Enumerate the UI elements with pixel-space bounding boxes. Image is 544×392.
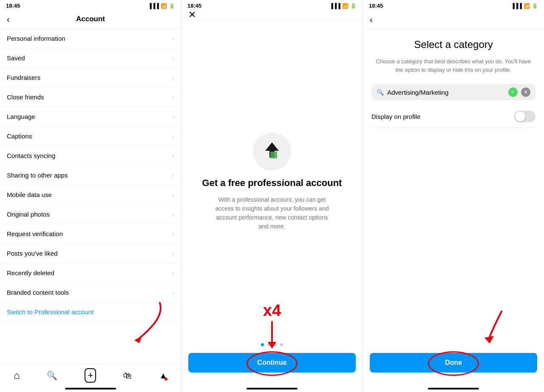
panel3-bottom: Done [363,353,544,386]
chevron-icon: › [172,211,174,218]
menu-item-label: Language [7,113,35,120]
menu-item-close-friends[interactable]: Close friends › [0,87,181,107]
search-icon[interactable]: 🔍 [47,370,57,381]
chevron-icon: › [172,152,174,159]
wifi-icon-2: 📶 [342,3,348,9]
back-button[interactable]: ‹ [7,14,10,24]
chevron-icon: › [172,74,174,81]
chevron-icon: › [172,231,174,237]
home-indicator-1 [65,388,116,389]
menu-item-posts-liked[interactable]: Posts you've liked › [0,244,181,263]
clear-icon[interactable]: ✕ [521,87,530,97]
panel2-bottom: Continue [181,353,363,386]
professional-icon-circle [253,133,291,171]
dot-1 [261,343,264,346]
chevron-icon: › [172,250,174,257]
dot-4 [280,343,283,346]
menu-item-personal-info[interactable]: Personal information › [0,29,181,48]
add-icon[interactable]: + [85,368,96,383]
signal-icon: ▐▐▐ [148,3,159,9]
chevron-icon: › [172,113,174,120]
category-description: Choose a category that best describes wh… [371,57,536,74]
professional-description: With a professional account, you can get… [212,195,332,231]
pagination-dots [181,343,363,353]
menu-item-fundraisers[interactable]: Fundraisers › [0,68,181,87]
status-time-3: 18:45 [369,3,383,9]
check-icon: ✓ [508,87,518,97]
status-time-1: 18:45 [6,3,20,9]
menu-item-contacts-syncing[interactable]: Contacts syncing › [0,146,181,166]
chevron-icon: › [172,94,174,101]
status-bar-1: 18:45 ▐▐▐ 📶 🔋 [0,0,181,11]
chevron-icon: › [172,55,174,62]
panel-select-category: 18:45 ▐▐▐ 📶 🔋 ‹ Select a category Choose… [363,0,544,392]
account-menu-list: Personal information › Saved › Fundraise… [0,29,181,364]
continue-button[interactable]: Continue [188,353,356,372]
account-title: Account [76,15,105,23]
menu-item-captions[interactable]: Captions › [0,127,181,146]
menu-item-label: Sharing to other apps [7,172,68,179]
battery-icon-3: 🔋 [532,3,538,9]
chevron-icon: › [172,289,174,296]
professional-title: Get a free professional account [202,178,342,189]
signal-icon-3: ▐▐▐ [511,3,522,9]
status-icons-1: ▐▐▐ 📶 🔋 [148,3,175,9]
category-header: ‹ [363,11,544,30]
toggle-knob [515,111,525,121]
display-on-profile-toggle[interactable] [514,110,536,122]
menu-item-label: Request verification [7,230,63,237]
upload-arrow-icon [259,139,285,164]
menu-item-sharing[interactable]: Sharing to other apps › [0,166,181,185]
menu-item-label: Captions [7,133,32,140]
panel-professional: 18:45 ▐▐▐ 📶 🔋 ✕ Get a free professional … [181,0,363,392]
shop-icon[interactable]: 🛍 [123,371,132,381]
menu-item-label: Contacts syncing [7,152,55,159]
menu-item-recently-deleted[interactable]: Recently deleted › [0,263,181,283]
battery-icon: 🔋 [169,3,175,9]
status-icons-3: ▐▐▐ 📶 🔋 [511,3,538,9]
menu-item-label: Fundraisers [7,74,40,81]
profile-icon[interactable]: ▲ [159,371,167,381]
panel-account: 18:45 ▐▐▐ 📶 🔋 ‹ Account Personal informa… [0,0,181,392]
done-button[interactable]: Done [370,353,537,372]
status-time-2: 18:45 [187,3,201,9]
menu-item-label: Personal information [7,35,65,42]
menu-item-label: Mobile data use [7,191,52,198]
dot-2 [267,343,270,346]
chevron-icon: › [172,133,174,140]
menu-item-original-photos[interactable]: Original photos › [0,205,181,224]
menu-item-label: Saved [7,54,25,62]
category-search-input[interactable] [387,89,505,96]
menu-item-language[interactable]: Language › [0,107,181,127]
wifi-icon: 📶 [161,3,167,9]
close-button[interactable]: ✕ [188,9,196,20]
chevron-icon: › [172,192,174,198]
professional-header: ✕ [181,11,363,20]
professional-content: Get a free professional account With a p… [181,20,363,343]
display-on-profile-label: Display on profile [371,113,420,120]
menu-item-label: Original photos [7,211,50,218]
category-search-field[interactable]: 🔍 ✓ ✕ [371,84,536,100]
battery-icon-2: 🔋 [350,3,357,9]
menu-item-saved[interactable]: Saved › [0,48,181,68]
home-indicator-2 [246,388,298,389]
dot-3 [274,343,277,346]
back-button-3[interactable]: ‹ [370,15,373,25]
category-title: Select a category [371,39,536,51]
menu-item-label: Close friends [7,93,44,101]
account-header: ‹ Account [0,11,181,29]
home-icon[interactable]: ⌂ [14,369,20,381]
menu-item-request-verification[interactable]: Request verification › [0,224,181,244]
menu-item-switch-professional[interactable]: Switch to Professional account [0,302,181,322]
menu-item-mobile-data[interactable]: Mobile data use › [0,185,181,205]
status-bar-2: 18:45 ▐▐▐ 📶 🔋 [181,0,363,11]
bottom-navigation: ⌂ 🔍 + 🛍 ▲ [0,364,181,386]
wifi-icon-3: 📶 [524,3,530,9]
menu-item-label: Branded content tools [7,289,69,296]
svg-rect-2 [270,152,277,158]
search-icon-3: 🔍 [377,89,384,96]
menu-item-branded-content[interactable]: Branded content tools › [0,283,181,302]
chevron-icon: › [172,35,174,42]
chevron-icon: › [172,270,174,276]
home-indicator-3 [428,388,479,389]
